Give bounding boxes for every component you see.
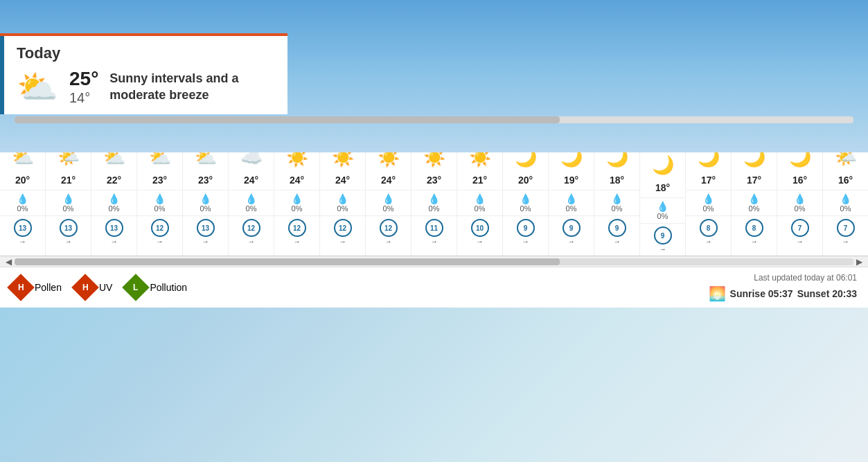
precip-percent: 0% (703, 204, 714, 213)
wind-direction: → (568, 238, 575, 245)
wind-direction: → (614, 238, 621, 245)
hour-wind: 10 → (457, 215, 502, 248)
hour-precip: 💧 0% (229, 190, 274, 215)
hour-temp: 24° (381, 175, 396, 190)
hour-precip: 💧 0% (503, 190, 548, 215)
wind-speed: 8 (752, 224, 756, 232)
wind-direction: → (339, 238, 346, 245)
hour-temp: 24° (244, 175, 258, 190)
pollen-level: H (18, 283, 24, 292)
hour-wind: 11 → (411, 215, 457, 248)
wind-direction: → (431, 238, 438, 245)
hour-temp: 24° (290, 175, 304, 190)
wind-direction: → (477, 238, 484, 245)
sunrise-icon: 🌅 (709, 285, 726, 302)
wind-direction: → (248, 238, 255, 245)
hour-wind: 9 → (549, 215, 594, 248)
hour-wind: 12 → (320, 215, 365, 248)
hour-temp: 20° (518, 175, 533, 190)
wind-direction: → (19, 238, 26, 245)
wind-direction: → (797, 238, 804, 245)
precip-percent: 0% (566, 204, 577, 213)
hour-wind: 12 → (137, 215, 182, 248)
wind-circle: 9 (608, 219, 626, 237)
precip-percent: 0% (795, 204, 806, 213)
precip-icon: 💧 (840, 193, 851, 204)
hour-precip: 💧 0% (823, 190, 868, 215)
last-updated: Last updated today at 06:01 (709, 273, 857, 283)
footer: H Pollen H UV L Pollution Last updat (0, 267, 868, 308)
pollen-icon: H (7, 274, 35, 301)
precip-percent: 0% (383, 204, 394, 213)
hour-temp: 20° (15, 175, 30, 190)
hour-temp: 23° (427, 175, 441, 190)
precip-percent: 0% (429, 204, 440, 213)
wind-circle: 12 (334, 219, 352, 237)
hour-wind: 13 → (46, 215, 91, 248)
wind-direction: → (294, 238, 301, 245)
scrollbar-thumb (15, 116, 560, 123)
today-label: Today (17, 44, 276, 62)
wind-circle: 12 (151, 219, 169, 237)
bottom-scrollbar-track[interactable] (15, 258, 853, 265)
precip-percent: 0% (840, 204, 851, 213)
hour-precip: 💧 0% (457, 190, 502, 215)
wind-speed: 12 (293, 224, 301, 232)
today-panel: Today ⛅ 25° 14° Sunny intervals and a mo… (0, 33, 287, 114)
precip-icon: 💧 (382, 193, 394, 204)
hour-precip: 💧 0% (640, 197, 685, 223)
pollution-badge: L Pollution (126, 278, 187, 297)
wind-circle: 12 (242, 219, 260, 237)
precip-percent: 0% (612, 204, 623, 213)
hour-icon: 🌙 (652, 148, 674, 182)
wind-circle: 7 (837, 219, 855, 237)
sunrise-time: Sunrise 05:37 (730, 288, 793, 299)
hour-temp: 16° (838, 175, 853, 190)
pollen-label: Pollen (35, 282, 62, 293)
hour-wind: 13 → (183, 215, 228, 248)
hour-precip: 💧 0% (183, 190, 228, 215)
wind-direction: → (111, 238, 118, 245)
uv-level: H (82, 283, 89, 292)
precip-percent: 0% (63, 204, 74, 213)
hour-precip: 💧 0% (46, 190, 91, 215)
hour-temp: 23° (198, 175, 213, 190)
precip-icon: 💧 (428, 193, 440, 204)
scroll-left-arrow-bottom[interactable]: ◀ (3, 257, 15, 267)
precip-icon: 💧 (657, 201, 668, 212)
hour-wind: 7 → (777, 215, 822, 248)
uv-icon: H (71, 274, 99, 301)
pollution-icon: L (123, 274, 150, 301)
hour-temp: 19° (564, 175, 578, 190)
wind-direction: → (385, 238, 392, 245)
hour-wind: 8 → (686, 215, 731, 248)
scroll-right-arrow-bottom[interactable]: ▶ (853, 257, 865, 267)
today-weather-icon: ⛅ (17, 71, 58, 104)
wind-circle: 13 (197, 219, 215, 237)
wind-speed: 9 (661, 232, 665, 240)
today-low-temp: 14° (69, 90, 98, 106)
sunset-time: Sunset 20:33 (797, 288, 857, 299)
hour-precip: 💧 0% (366, 190, 411, 215)
scrollbar-track[interactable] (15, 116, 853, 123)
blue-bar (0, 36, 4, 114)
wind-speed: 12 (247, 224, 255, 232)
wind-speed: 13 (110, 224, 118, 232)
bottom-scrollbar[interactable]: ◀ ▶ (0, 256, 868, 267)
wind-direction: → (705, 238, 712, 245)
hour-precip: 💧 0% (777, 190, 822, 215)
precip-icon: 💧 (245, 193, 257, 204)
hour-wind: 13 → (91, 215, 136, 248)
precip-percent: 0% (337, 204, 348, 213)
precip-icon: 💧 (108, 193, 120, 204)
footer-indicators: H Pollen H UV L Pollution (11, 278, 187, 297)
precip-icon: 💧 (565, 193, 577, 204)
wind-speed: 9 (524, 224, 528, 232)
hour-precip: 💧 0% (320, 190, 365, 215)
precip-percent: 0% (17, 204, 28, 213)
wind-circle: 12 (380, 219, 398, 237)
hour-temp: 23° (152, 175, 167, 190)
wind-direction: → (842, 238, 849, 245)
precip-icon: 💧 (291, 193, 303, 204)
wind-direction: → (65, 238, 72, 245)
